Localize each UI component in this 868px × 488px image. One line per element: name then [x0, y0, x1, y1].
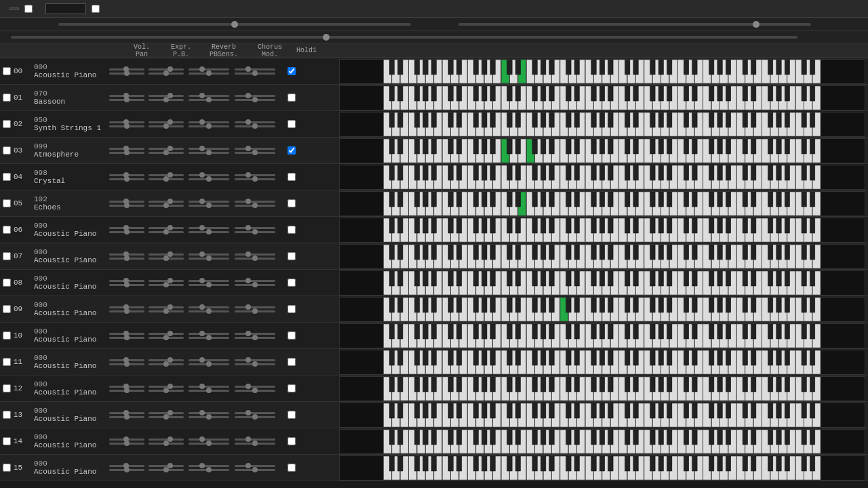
volume-slider[interactable]	[458, 23, 811, 26]
hold-checkbox-11[interactable]	[288, 358, 296, 366]
tempo-input[interactable]	[45, 3, 86, 14]
hold-checkbox-02[interactable]	[288, 120, 296, 128]
hold-checkbox-00[interactable]	[288, 67, 296, 75]
channel-checkbox-12[interactable]	[3, 384, 11, 392]
pan-slider-15[interactable]	[109, 469, 144, 471]
channel-checkbox-08[interactable]	[3, 279, 11, 287]
pb-slider-12[interactable]	[149, 390, 184, 392]
pb-slider-08[interactable]	[149, 284, 184, 286]
hold-checkbox-13[interactable]	[288, 411, 296, 419]
mod-slider-06[interactable]	[235, 231, 275, 233]
hold-checkbox-14[interactable]	[288, 437, 296, 445]
hold-checkbox-10[interactable]	[288, 331, 296, 340]
channel-checkbox-15[interactable]	[3, 464, 11, 472]
mod-slider-01[interactable]	[235, 99, 275, 101]
pbsens-slider-12[interactable]	[189, 390, 229, 392]
hold-checkbox-01[interactable]	[288, 94, 296, 102]
pan-slider-01[interactable]	[109, 99, 144, 101]
hold-checkbox-07[interactable]	[288, 252, 296, 260]
pan-slider-04[interactable]	[109, 178, 144, 180]
pb-slider-09[interactable]	[149, 310, 184, 312]
pbsens-slider-08[interactable]	[189, 284, 229, 286]
pan-slider-07[interactable]	[109, 258, 144, 260]
pbsens-slider-04[interactable]	[189, 178, 229, 180]
pbsens-slider-00[interactable]	[189, 73, 229, 75]
mod-slider-02[interactable]	[235, 125, 275, 127]
channel-checkbox-13[interactable]	[3, 411, 11, 419]
pb-slider-07[interactable]	[149, 258, 184, 260]
pan-slider-14[interactable]	[109, 443, 144, 445]
pbsens-slider-15[interactable]	[189, 469, 229, 471]
pb-slider-15[interactable]	[149, 469, 184, 471]
pb-slider-14[interactable]	[149, 443, 184, 445]
pb-slider-05[interactable]	[149, 205, 184, 207]
pbsens-slider-02[interactable]	[189, 125, 229, 127]
pan-slider-10[interactable]	[109, 337, 144, 339]
mod-slider-04[interactable]	[235, 178, 275, 180]
hold-checkbox-12[interactable]	[288, 384, 296, 392]
hold-checkbox-03[interactable]	[288, 146, 296, 155]
mod-slider-09[interactable]	[235, 310, 275, 312]
channel-checkbox-11[interactable]	[3, 358, 11, 366]
pb-slider-01[interactable]	[149, 99, 184, 101]
pbsens-slider-06[interactable]	[189, 231, 229, 233]
channel-checkbox-14[interactable]	[3, 437, 11, 445]
pan-slider-03[interactable]	[109, 152, 144, 154]
channel-checkbox-04[interactable]	[3, 173, 11, 181]
pbsens-slider-09[interactable]	[189, 310, 229, 312]
pbsens-slider-05[interactable]	[189, 205, 229, 207]
channel-checkbox-10[interactable]	[3, 331, 11, 340]
pan-slider-11[interactable]	[109, 363, 144, 365]
mod-slider-12[interactable]	[235, 390, 275, 392]
pb-slider-10[interactable]	[149, 337, 184, 339]
hold-checkbox-04[interactable]	[288, 173, 296, 181]
mod-slider-08[interactable]	[235, 284, 275, 286]
pan-slider-12[interactable]	[109, 390, 144, 392]
mod-slider-07[interactable]	[235, 258, 275, 260]
pan-slider-02[interactable]	[109, 125, 144, 127]
pan-slider-06[interactable]	[109, 231, 144, 233]
channel-checkbox-00[interactable]	[3, 67, 11, 75]
pan-slider-05[interactable]	[109, 205, 144, 207]
loop-checkbox[interactable]	[24, 5, 33, 13]
channel-checkbox-05[interactable]	[3, 199, 11, 207]
pbsens-slider-10[interactable]	[189, 337, 229, 339]
pb-slider-11[interactable]	[149, 363, 184, 365]
channel-checkbox-01[interactable]	[3, 94, 11, 102]
channel-checkbox-09[interactable]	[3, 305, 11, 313]
pan-slider-00[interactable]	[109, 73, 144, 75]
mod-slider-05[interactable]	[235, 205, 275, 207]
mod-slider-15[interactable]	[235, 469, 275, 471]
mod-slider-11[interactable]	[235, 363, 275, 365]
playspeed-slider[interactable]	[58, 23, 411, 26]
pan-slider-09[interactable]	[109, 310, 144, 312]
hold-checkbox-05[interactable]	[288, 199, 296, 207]
pb-slider-02[interactable]	[149, 125, 184, 127]
pbsens-slider-11[interactable]	[189, 363, 229, 365]
pb-slider-04[interactable]	[149, 178, 184, 180]
pbsens-slider-13[interactable]	[189, 416, 229, 418]
hold-checkbox-15[interactable]	[288, 464, 296, 472]
hold-checkbox-08[interactable]	[288, 279, 296, 287]
mod-slider-14[interactable]	[235, 443, 275, 445]
hold-checkbox-06[interactable]	[288, 226, 296, 234]
mod-slider-00[interactable]	[235, 73, 275, 75]
open-button[interactable]	[9, 7, 19, 10]
channel-checkbox-07[interactable]	[3, 252, 11, 260]
pbsens-slider-14[interactable]	[189, 443, 229, 445]
pbsens-slider-03[interactable]	[189, 152, 229, 154]
pb-slider-06[interactable]	[149, 231, 184, 233]
pb-slider-00[interactable]	[149, 73, 184, 75]
hold-checkbox-09[interactable]	[288, 305, 296, 313]
pb-slider-13[interactable]	[149, 416, 184, 418]
pbsens-slider-07[interactable]	[189, 258, 229, 260]
output-checkbox[interactable]	[92, 5, 100, 13]
channel-checkbox-02[interactable]	[3, 120, 11, 128]
pan-slider-08[interactable]	[109, 284, 144, 286]
mod-slider-10[interactable]	[235, 337, 275, 339]
mod-slider-13[interactable]	[235, 416, 275, 418]
pbsens-slider-01[interactable]	[189, 99, 229, 101]
pan-slider-13[interactable]	[109, 416, 144, 418]
mod-slider-03[interactable]	[235, 152, 275, 154]
channel-checkbox-03[interactable]	[3, 146, 11, 155]
